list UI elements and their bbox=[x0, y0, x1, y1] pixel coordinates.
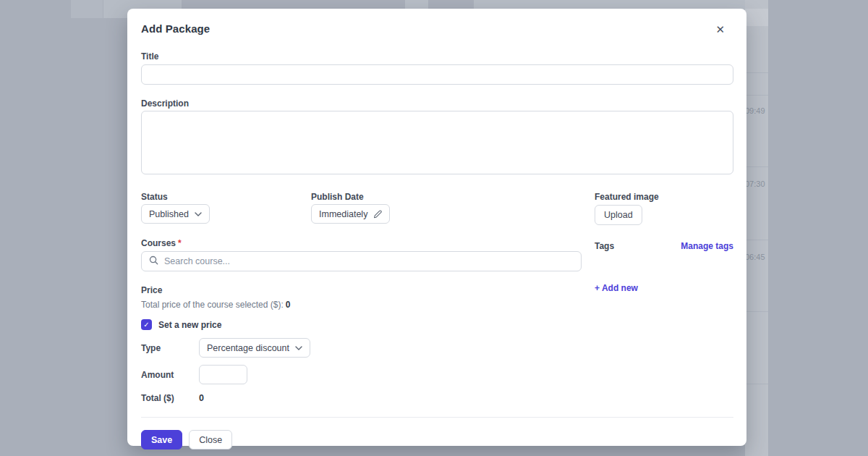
price-label: Price bbox=[141, 285, 582, 295]
chevron-down-icon bbox=[195, 212, 202, 216]
tags-field-group: Tags Manage tags + Add new bbox=[595, 241, 733, 294]
background-timestamp: 06:45 bbox=[745, 253, 770, 261]
featured-image-field-group: Featured image Upload bbox=[595, 192, 733, 225]
title-field-group: Title bbox=[141, 51, 733, 85]
manage-tags-link[interactable]: Manage tags bbox=[681, 241, 733, 251]
modal-title: Add Package bbox=[141, 22, 210, 35]
price-section: Price Total price of the course selected… bbox=[141, 285, 582, 310]
total-field-group: Total ($) 0 bbox=[141, 393, 582, 403]
courses-field-group: Courses* bbox=[141, 238, 582, 271]
background-divider bbox=[745, 240, 768, 240]
background-divider bbox=[745, 166, 768, 167]
total-label: Total ($) bbox=[141, 393, 199, 403]
save-button[interactable]: Save bbox=[141, 430, 182, 449]
required-asterisk: * bbox=[178, 238, 182, 248]
price-summary: Total price of the course selected ($):0 bbox=[141, 300, 582, 310]
status-field-group: Status Published bbox=[141, 192, 311, 224]
pencil-icon bbox=[373, 210, 382, 219]
checkbox-checked-icon[interactable]: ✓ bbox=[141, 319, 152, 330]
status-label: Status bbox=[141, 192, 311, 202]
background-block bbox=[745, 9, 768, 26]
background-timestamp: 07:30 bbox=[745, 180, 770, 188]
tags-label: Tags bbox=[595, 241, 614, 251]
background-divider bbox=[745, 384, 768, 384]
description-label: Description bbox=[141, 98, 733, 109]
footer-divider bbox=[141, 417, 733, 418]
discount-type-select[interactable]: Percentage discount bbox=[199, 338, 310, 358]
upload-button[interactable]: Upload bbox=[595, 205, 642, 225]
course-search-input[interactable] bbox=[164, 256, 574, 266]
type-field-group: Type Percentage discount bbox=[141, 338, 582, 358]
background-timestamp: 09:49 bbox=[745, 106, 770, 115]
background-list-column: 09:49 07:30 06:45 bbox=[745, 0, 768, 456]
total-value: 0 bbox=[199, 393, 204, 403]
description-field-group: Description bbox=[141, 98, 733, 177]
courses-label: Courses* bbox=[141, 238, 582, 248]
title-input[interactable] bbox=[141, 64, 733, 85]
publish-date-field-group: Publish Date Immediately bbox=[311, 192, 390, 224]
title-label: Title bbox=[141, 51, 733, 62]
amount-input[interactable] bbox=[199, 365, 247, 384]
discount-type-value: Percentage discount bbox=[207, 343, 289, 353]
type-label: Type bbox=[141, 343, 199, 353]
background-block bbox=[71, 0, 103, 18]
background-divider bbox=[745, 311, 768, 312]
background-divider bbox=[745, 95, 768, 96]
close-button[interactable]: Close bbox=[189, 430, 232, 449]
search-icon bbox=[149, 255, 164, 268]
price-summary-value: 0 bbox=[286, 300, 291, 310]
set-new-price-label: Set a new price bbox=[158, 320, 221, 330]
add-new-tag-link[interactable]: + Add new bbox=[595, 283, 638, 293]
publish-date-button[interactable]: Immediately bbox=[311, 204, 390, 224]
featured-image-label: Featured image bbox=[595, 192, 733, 202]
background-divider bbox=[745, 72, 768, 73]
modal-header: Add Package ✕ bbox=[141, 22, 733, 36]
modal-footer: Save Close bbox=[141, 430, 733, 449]
description-textarea[interactable] bbox=[141, 111, 733, 174]
course-search-box[interactable] bbox=[141, 251, 582, 271]
amount-label: Amount bbox=[141, 370, 199, 380]
publish-date-label: Publish Date bbox=[311, 192, 390, 202]
publish-date-value: Immediately bbox=[319, 209, 367, 219]
set-new-price-checkbox-row[interactable]: ✓ Set a new price bbox=[141, 319, 582, 330]
chevron-down-icon bbox=[295, 346, 302, 350]
status-select[interactable]: Published bbox=[141, 204, 210, 224]
add-package-modal: Add Package ✕ Title Description Status P… bbox=[127, 9, 746, 446]
status-value: Published bbox=[149, 209, 189, 219]
amount-field-group: Amount bbox=[141, 365, 582, 384]
close-icon[interactable]: ✕ bbox=[712, 22, 728, 36]
